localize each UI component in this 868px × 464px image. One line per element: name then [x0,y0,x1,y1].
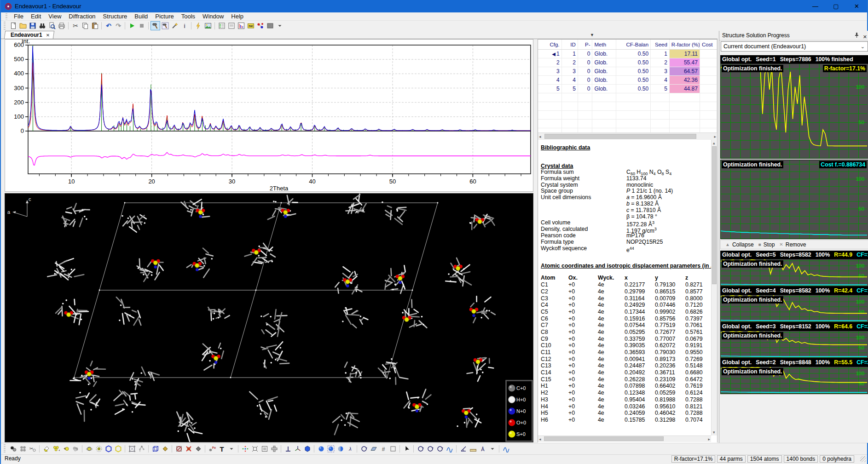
config-row[interactable]: 330Glob.0.50364.57 [538,67,717,76]
ring-blue-icon[interactable] [104,444,113,453]
menu-help[interactable]: Help [227,12,247,21]
scroll-down-icon[interactable]: ▾ [713,430,715,435]
wizard-icon[interactable] [170,21,179,30]
ring-yellow-icon[interactable] [113,444,123,453]
scroll-thumb[interactable] [544,436,664,441]
scroll-thumb[interactable] [544,134,696,139]
cut-atoms-icon[interactable]: ✂ [28,444,37,453]
info-icon[interactable]: i [179,21,189,30]
select-all-atoms-icon[interactable] [18,444,28,453]
solution-window-icon[interactable] [160,21,170,30]
pin-icon[interactable] [854,32,859,38]
expand-view-icon[interactable] [250,444,260,453]
resize-grip[interactable] [860,456,866,462]
rotate-y-icon[interactable] [425,444,435,453]
menu-grip[interactable] [6,13,7,20]
rotate-z-icon[interactable] [435,444,445,453]
config-row[interactable]: 220Glob.0.50255.47 [538,58,717,67]
table-horizontal-scrollbar[interactable]: ◂ ▸ [538,132,717,140]
grid-toggle-icon[interactable]: # [378,444,388,453]
tab-close-icon[interactable]: ✕ [46,33,50,38]
select-atoms-icon[interactable] [8,444,18,453]
structure-solution-icon[interactable] [150,21,160,30]
print-icon[interactable] [57,21,66,30]
bounding-box-icon[interactable] [388,444,398,453]
center-view-icon[interactable] [240,444,250,453]
polyhedra-icon[interactable] [193,444,203,453]
collapse-button[interactable]: ▲Collapse [725,241,754,248]
save-icon[interactable] [28,21,37,30]
text-tool-icon[interactable]: T [217,444,226,453]
biblio-vertical-scrollbar[interactable]: ▴ ▾ [711,140,717,435]
orientation-axes-icon[interactable] [293,444,302,453]
stop-calculation-icon[interactable] [137,21,146,30]
structure-picture-icon[interactable] [255,21,265,30]
close-button[interactable]: ✕ [846,0,867,12]
add-atoms-icon[interactable]: + [51,444,61,453]
config-row[interactable]: ◀110Glob.0.50117.11 [538,50,717,58]
rotate-orbit-icon[interactable] [359,444,369,453]
menu-structure[interactable]: Structure [99,12,131,21]
remove-button[interactable]: ✕Remove [779,241,806,248]
fill-color-icon[interactable] [41,444,51,453]
sphere-style-icon[interactable] [316,444,326,453]
tab-list-caret-icon[interactable]: ▼ [590,33,594,37]
maximize-button[interactable]: ▢ [826,0,846,12]
fill-view-icon[interactable] [260,444,269,453]
document-combo[interactable]: Current document (Endeavour1) ⌄ [721,41,868,52]
column-header-p-[interactable]: P- [578,40,593,49]
select-mode-icon[interactable] [402,444,411,453]
background-color-icon[interactable] [265,21,275,30]
diffraction-chart-pane[interactable]: 0100200300400500600Int.1020304050602Thet… [5,39,533,192]
angstrom-icon[interactable]: Å [478,444,487,453]
polyhedron-view-icon[interactable] [302,444,312,453]
menu-diffraction[interactable]: Diffraction [65,12,99,21]
menu-window[interactable]: Window [199,12,227,21]
configurations-table[interactable]: Cfg.IDP-MethCF-BalanSeedR-factor (%)Cost… [538,40,717,132]
config-row[interactable]: 550Glob.0.50544.87 [538,85,717,93]
quick-settings-icon[interactable] [193,21,203,30]
column-header-seed[interactable]: Seed [651,40,670,49]
remove-cell-icon[interactable] [174,444,184,453]
toolbar-grip[interactable] [4,444,6,453]
spin-icon[interactable] [445,444,454,453]
open-icon[interactable] [18,21,28,30]
tab-endeavour1[interactable]: Endeavour1 ✕ [4,31,54,39]
fit-view-icon[interactable] [269,444,279,453]
sphere-style-selected-icon[interactable] [326,444,336,453]
start-calculation-icon[interactable] [127,21,137,30]
menu-file[interactable]: File [10,12,27,21]
delete-atoms-icon[interactable] [184,444,193,453]
scroll-left-icon[interactable]: ◂ [539,437,541,441]
asymmetric-unit-icon[interactable] [160,444,170,453]
rotate-x-icon[interactable] [416,444,425,453]
menu-build[interactable]: Build [131,12,151,21]
bibliographic-data-panel[interactable]: Bibliographic dataCrystal dataFormula su… [538,140,717,443]
perpendicular-view-icon[interactable] [283,444,293,453]
column-header-cost[interactable]: Cost [700,40,717,49]
column-header-cfg-[interactable]: Cfg. [538,40,562,49]
connectivity-icon[interactable] [137,444,146,453]
copy-icon[interactable] [80,21,90,30]
text-tool-caret[interactable] [226,444,236,453]
measure-angle-icon[interactable] [458,444,468,453]
plane-tool-icon[interactable] [369,444,378,453]
measure-caret[interactable] [487,444,497,453]
add-cluster-icon[interactable] [70,444,80,453]
toolbar-options-caret[interactable] [275,21,284,30]
paste-icon[interactable] [90,21,99,30]
highlight-atom-icon[interactable] [84,444,94,453]
select-sphere-icon[interactable] [94,444,104,453]
cut-icon[interactable]: ✂ [70,21,80,30]
crystal-canvas[interactable]: caC+0H+0N+0O+0S+0 [5,194,533,442]
print-preview-icon[interactable] [47,21,57,30]
column-header-cf-balan[interactable]: CF-Balan [616,40,651,49]
undo-icon[interactable]: ↶ [104,21,113,30]
menu-view[interactable]: View [45,12,65,21]
column-header-meth[interactable]: Meth [592,40,616,49]
scroll-left-icon[interactable]: ◂ [539,134,541,139]
panel-close-icon[interactable]: ✕ [863,32,867,42]
scroll-up-icon[interactable]: ▴ [713,141,715,145]
stop-button[interactable]: ■Stop [758,241,775,248]
column-header-id[interactable]: ID [562,40,578,49]
